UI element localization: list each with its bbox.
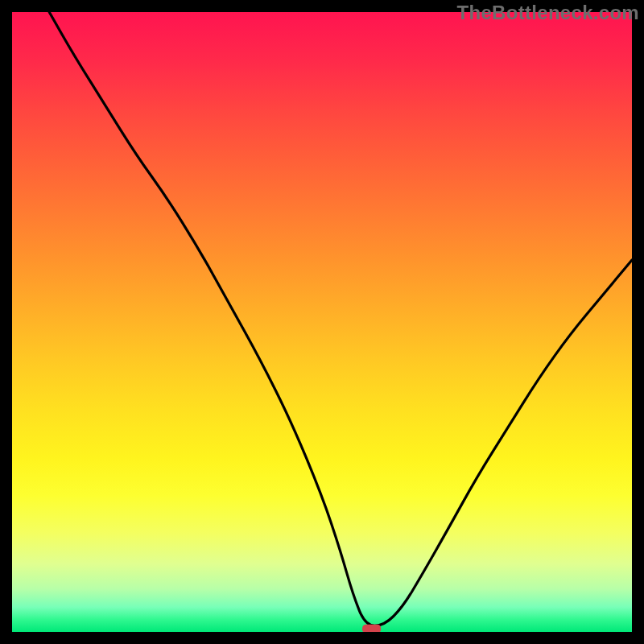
bottleneck-curve — [49, 12, 632, 625]
minimum-marker — [362, 625, 381, 632]
chart-frame: TheBottleneck.com — [0, 0, 644, 644]
curve-layer — [12, 12, 632, 632]
watermark-text: TheBottleneck.com — [457, 2, 639, 24]
